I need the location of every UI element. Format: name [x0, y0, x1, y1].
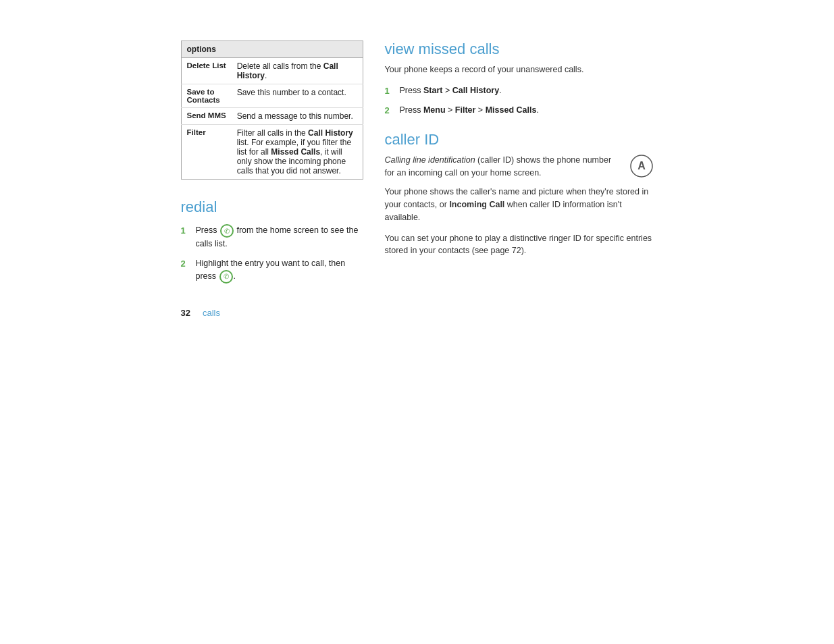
step-text: Press Menu > Filter > Missed Calls.: [400, 104, 539, 117]
caller-id-para2: Your phone shows the caller's name and p…: [385, 186, 654, 223]
option-label: Filter: [181, 125, 232, 180]
option-desc: Save this number to a contact.: [232, 84, 363, 108]
option-desc-bold: Call History: [308, 128, 353, 138]
step-text: Press ✆ from the home screen to see the …: [196, 224, 363, 250]
list-item: 2 Press Menu > Filter > Missed Calls.: [385, 104, 654, 117]
page-section-label: calls: [203, 308, 220, 318]
step-bold: Start: [423, 86, 442, 95]
table-row: Filter Filter all calls in the Call Hist…: [181, 125, 363, 180]
phone-icon: ✆: [220, 224, 234, 238]
caller-id-intro: Calling line identification (caller ID) …: [385, 154, 654, 180]
step-bold: Filter: [455, 105, 476, 115]
table-row: Delete List Delete all calls from the Ca…: [181, 58, 363, 84]
option-label: Delete List: [181, 58, 232, 84]
caller-id-text: Calling line identification (caller ID) …: [385, 154, 621, 180]
step-text: Highlight the entry you want to call, th…: [196, 257, 363, 284]
option-desc: Delete all calls from the Call History.: [232, 58, 363, 84]
caller-id-italic: Calling line identification: [385, 155, 475, 165]
right-column: view missed calls Your phone keeps a rec…: [385, 41, 654, 318]
step-bold: Call History: [452, 86, 499, 95]
list-item: 1 Press ✆ from the home screen to see th…: [181, 224, 363, 250]
left-column: options Delete List Delete all calls fro…: [181, 41, 363, 318]
options-header: options: [181, 41, 363, 58]
svg-text:A: A: [637, 160, 646, 171]
list-item: 2 Highlight the entry you want to call, …: [181, 257, 363, 284]
caller-id-para2-bold: Incoming Call: [449, 200, 504, 209]
step-number: 1: [385, 84, 394, 98]
redial-title: redial: [181, 198, 363, 216]
content-area: options Delete List Delete all calls fro…: [181, 41, 654, 318]
option-desc: Send a message to this number.: [232, 108, 363, 125]
caller-id-svg: A: [629, 154, 654, 178]
list-item: 1 Press Start > Call History.: [385, 84, 654, 98]
option-label: Send MMS: [181, 108, 232, 125]
phone-icon: ✆: [219, 270, 233, 284]
step-number: 2: [181, 257, 190, 284]
page-container: options Delete List Delete all calls fro…: [0, 0, 834, 644]
step-number: 1: [181, 224, 190, 250]
caller-id-icon: A: [629, 154, 654, 178]
caller-id-title: caller ID: [385, 131, 654, 149]
view-missed-calls-steps: 1 Press Start > Call History. 2 Press Me…: [385, 84, 654, 117]
table-row: Send MMS Send a message to this number.: [181, 108, 363, 125]
option-desc: Filter all calls in the Call History lis…: [232, 125, 363, 180]
option-desc-bold: Call History: [237, 61, 338, 80]
caller-id-para3: You can set your phone to play a distinc…: [385, 232, 654, 258]
step-text: Press Start > Call History.: [400, 84, 502, 98]
option-label: Save toContacts: [181, 84, 232, 108]
view-missed-calls-title: view missed calls: [385, 41, 654, 58]
step-bold: Menu: [423, 105, 446, 115]
page-footer: 32 calls: [181, 308, 363, 318]
table-row: Save toContacts Save this number to a co…: [181, 84, 363, 108]
option-desc-bold2: Missed Calls: [271, 147, 320, 157]
view-missed-calls-desc: Your phone keeps a record of your unansw…: [385, 63, 654, 76]
redial-steps: 1 Press ✆ from the home screen to see th…: [181, 224, 363, 284]
step-bold: Missed Calls: [486, 105, 537, 115]
page-number: 32: [181, 308, 190, 318]
options-table: options Delete List Delete all calls fro…: [181, 41, 363, 180]
step-number: 2: [385, 104, 394, 117]
